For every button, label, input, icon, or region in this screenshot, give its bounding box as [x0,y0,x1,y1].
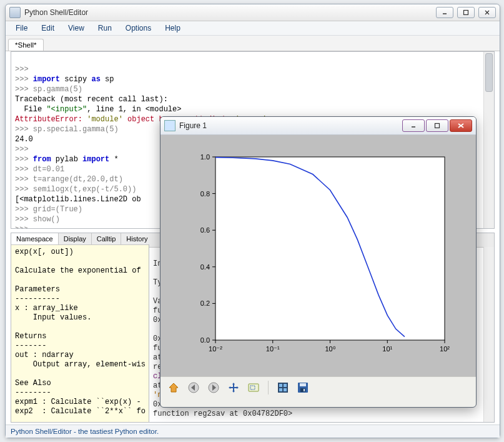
figure-status-bar [161,398,476,407]
svg-rect-39 [279,388,282,391]
figure-window[interactable]: Figure 1 10⁻²10⁻¹10⁰10¹10²0.00.20.40.60.… [160,116,477,408]
svg-text:10⁻¹: 10⁻¹ [265,345,279,353]
zoom-icon[interactable] [245,379,262,396]
plot-area: 10⁻²10⁻¹10⁰10¹10²0.00.20.40.60.81.0 [181,148,456,364]
svg-rect-9 [215,157,445,340]
window-title: Python Shell/Editor [24,8,436,17]
menu-help[interactable]: Help [159,23,187,34]
figure-maximize-button[interactable] [426,119,448,132]
help-right-scrollbar[interactable] [483,247,494,422]
menu-bar: File Edit View Run Options Help [6,21,500,36]
tab-namespace[interactable]: Namespace [11,233,59,244]
svg-text:10¹: 10¹ [382,345,392,353]
figure-canvas[interactable]: 10⁻²10⁻¹10⁰10¹10²0.00.20.40.60.81.0 [161,135,476,376]
svg-text:0.6: 0.6 [200,226,209,234]
menu-file[interactable]: File [9,23,34,34]
figure-close-button[interactable] [450,119,472,132]
svg-rect-44 [304,389,305,391]
svg-rect-5 [435,124,440,128]
document-tab-shell[interactable]: *Shell* [8,39,44,51]
title-bar[interactable]: Python Shell/Editor [6,4,500,21]
tab-display[interactable]: Display [59,233,92,244]
tab-history[interactable]: History [121,233,153,244]
status-text: Python Shell/Editor - the tastiest Pytho… [11,428,159,435]
figure-minimize-button[interactable] [402,119,425,132]
home-icon[interactable] [166,379,182,396]
app-icon [9,7,21,18]
back-icon[interactable] [185,379,202,396]
lower-tab-strip: Namespace Display Calltip History D [11,233,149,245]
help-left-pane: Namespace Display Calltip History D exp(… [11,233,149,423]
help-left-text[interactable]: exp(x[, out]) Calculate the exponential … [11,245,149,422]
figure-app-icon [164,120,175,131]
svg-text:0.4: 0.4 [200,263,209,270]
menu-view[interactable]: View [62,23,91,34]
status-bar: Python Shell/Editor - the tastiest Pytho… [6,424,500,438]
svg-rect-40 [284,388,287,391]
menu-options[interactable]: Options [119,23,157,34]
maximize-button[interactable] [457,7,475,18]
svg-rect-42 [300,383,306,386]
save-icon[interactable] [295,379,311,396]
svg-rect-34 [249,384,259,391]
document-tab-strip: *Shell* [6,36,500,51]
svg-text:10²: 10² [440,345,450,353]
minimize-button[interactable] [436,7,453,18]
pan-icon[interactable] [225,379,242,396]
figure-title: Figure 1 [179,121,402,130]
menu-edit[interactable]: Edit [35,23,61,34]
svg-rect-38 [284,384,287,387]
menu-run[interactable]: Run [92,23,118,34]
subplot-icon[interactable] [275,379,291,396]
console-scrollbar[interactable] [483,52,494,228]
svg-text:10⁰: 10⁰ [325,345,335,353]
figure-toolbar [161,376,476,398]
svg-text:0.0: 0.0 [200,336,209,344]
svg-rect-37 [279,384,282,387]
svg-text:1.0: 1.0 [200,153,209,161]
svg-rect-1 [464,11,468,15]
svg-text:10⁻²: 10⁻² [209,345,222,353]
close-button[interactable] [478,7,496,18]
svg-text:0.8: 0.8 [200,189,209,197]
tab-calltip[interactable]: Calltip [92,233,122,244]
toolbar-separator [268,381,269,394]
figure-title-bar[interactable]: Figure 1 [161,117,476,135]
svg-text:0.2: 0.2 [200,299,209,307]
forward-icon[interactable] [205,379,222,396]
